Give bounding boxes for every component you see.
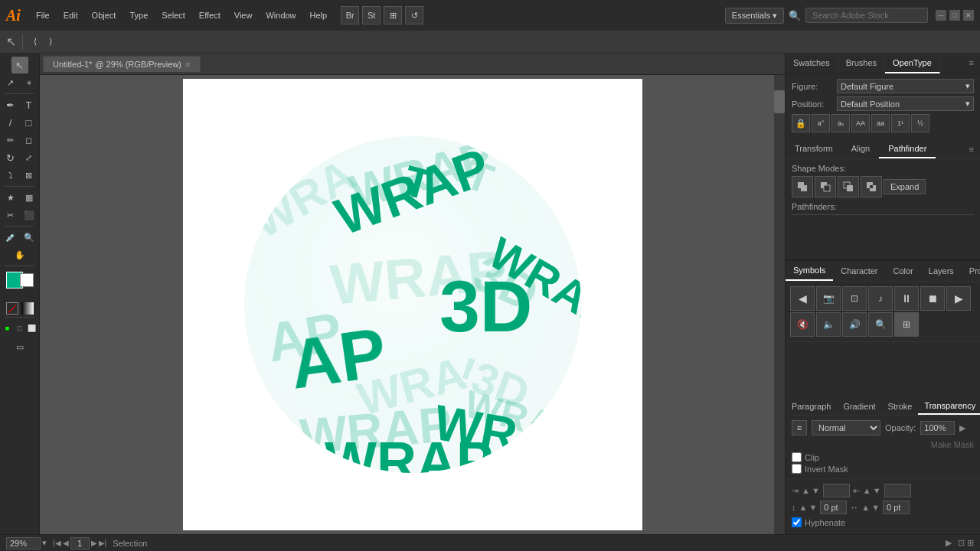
stepper-down-2[interactable]: ▼ bbox=[873, 486, 881, 495]
grid-button[interactable]: ⊞ bbox=[384, 6, 402, 24]
menu-view[interactable]: View bbox=[228, 8, 259, 23]
ctrl-item-1[interactable]: ⟨ bbox=[29, 35, 41, 48]
slice-tool[interactable]: ✂ bbox=[2, 207, 19, 223]
artboard[interactable]: WRAP T 3D AP WRAP WRAP bbox=[183, 79, 642, 530]
essentials-button[interactable]: Essentials ▾ bbox=[725, 8, 784, 24]
opacity-input[interactable] bbox=[920, 421, 955, 435]
stop-button[interactable]: ⏹ bbox=[920, 286, 945, 311]
close-tab-button[interactable]: ✕ bbox=[185, 60, 191, 69]
num2-icon[interactable]: ½ bbox=[911, 114, 929, 132]
color-guide-tool[interactable]: ⬛ bbox=[21, 207, 38, 223]
menu-help[interactable]: Help bbox=[304, 8, 334, 23]
color-tab[interactable]: Color bbox=[885, 262, 920, 280]
align-left-icon[interactable]: ≡ bbox=[792, 420, 807, 435]
bridge-button[interactable]: Br bbox=[341, 6, 359, 24]
pause-button[interactable]: ⏸ bbox=[894, 286, 919, 311]
close-button[interactable]: ✕ bbox=[963, 10, 974, 21]
line-tool[interactable]: / bbox=[2, 114, 19, 131]
both-tool[interactable]: ⬜ bbox=[26, 320, 38, 337]
search-input[interactable] bbox=[805, 8, 928, 23]
vol-up-button[interactable]: 🔊 bbox=[842, 312, 867, 337]
transform-tab[interactable]: Transform bbox=[786, 140, 842, 158]
menu-object[interactable]: Object bbox=[86, 8, 122, 23]
spacing-value-1[interactable] bbox=[820, 500, 847, 514]
lasso-tool[interactable]: ⌖ bbox=[21, 74, 38, 91]
sync-button[interactable]: ↺ bbox=[405, 6, 423, 24]
num1-icon[interactable]: 1¹ bbox=[891, 114, 910, 132]
box-button[interactable]: ⊡ bbox=[842, 286, 867, 311]
ctrl-item-2[interactable]: ⟩ bbox=[44, 35, 57, 48]
restore-button[interactable]: □ bbox=[949, 10, 960, 21]
menu-edit[interactable]: Edit bbox=[57, 8, 84, 23]
expand-button[interactable]: Expand bbox=[884, 179, 926, 194]
properties-tab[interactable]: Properties bbox=[962, 262, 980, 280]
hyphenate-checkbox[interactable] bbox=[792, 517, 802, 527]
back-button[interactable]: ◀ bbox=[790, 286, 815, 311]
panel-menu-icon[interactable]: ≡ bbox=[963, 54, 980, 73]
prev-page-button[interactable]: ◀ bbox=[63, 539, 69, 547]
music-button[interactable]: ♪ bbox=[868, 286, 893, 311]
gradient-tab[interactable]: Gradient bbox=[837, 399, 881, 414]
minus-front-button[interactable] bbox=[815, 176, 836, 197]
opentype-tab[interactable]: OpenType bbox=[885, 54, 940, 73]
spacing-down-2[interactable]: ▼ bbox=[871, 503, 880, 512]
artboard-tool[interactable]: ▭ bbox=[3, 338, 37, 355]
spacing-up-2[interactable]: ▲ bbox=[861, 503, 870, 512]
scrollbar-thumb[interactable] bbox=[774, 90, 785, 113]
spacing-value-2[interactable] bbox=[883, 500, 910, 514]
zoom-dropdown-icon[interactable]: ▾ bbox=[42, 538, 47, 548]
background-color[interactable] bbox=[20, 273, 34, 287]
menu-effect[interactable]: Effect bbox=[193, 8, 227, 23]
free-transform-tool[interactable]: ⊠ bbox=[21, 167, 38, 184]
make-mask-button[interactable]: Make Mask bbox=[931, 440, 974, 449]
clip-checkbox[interactable] bbox=[792, 452, 802, 462]
direct-select-tool[interactable]: ↗ bbox=[2, 74, 19, 91]
last-page-button[interactable]: ▶| bbox=[99, 539, 107, 547]
stroke-tab[interactable]: Stroke bbox=[882, 399, 919, 414]
none-color[interactable] bbox=[6, 302, 18, 315]
zoom-input[interactable] bbox=[6, 537, 41, 549]
lock-icon[interactable]: 🔒 bbox=[792, 114, 810, 132]
selection-tool-icon[interactable]: ↖ bbox=[6, 34, 16, 49]
pen-tool[interactable]: ✒ bbox=[2, 96, 19, 113]
sub-panel-menu[interactable]: ≡ bbox=[963, 140, 980, 158]
indent-value-2[interactable] bbox=[884, 484, 911, 497]
chart-tool[interactable]: ▦ bbox=[21, 189, 38, 206]
stroke-tool[interactable]: □ bbox=[14, 320, 25, 337]
stepper-up-1[interactable]: ▲ bbox=[802, 486, 810, 495]
figure-dropdown[interactable]: Default Figure ▾ bbox=[837, 79, 974, 93]
grid-sym-button[interactable]: ⊞ bbox=[894, 312, 919, 337]
selection-tool[interactable]: ↖ bbox=[11, 57, 28, 73]
rotate-tool[interactable]: ↻ bbox=[2, 149, 19, 166]
indent-value-1[interactable] bbox=[823, 484, 850, 497]
minimize-button[interactable]: ─ bbox=[936, 10, 946, 21]
stock-button[interactable]: St bbox=[362, 6, 381, 24]
layers-tab[interactable]: Layers bbox=[921, 262, 962, 280]
invert-mask-checkbox[interactable] bbox=[792, 464, 802, 474]
fill-tool[interactable]: ■ bbox=[2, 320, 13, 337]
symbol-tool[interactable]: ★ bbox=[2, 189, 19, 206]
warp-tool[interactable]: ⤵ bbox=[2, 167, 19, 184]
character-tab[interactable]: Character bbox=[833, 262, 885, 280]
sup-icon[interactable]: a° bbox=[812, 114, 830, 132]
mute-button[interactable]: 🔇 bbox=[790, 312, 815, 337]
vertical-scrollbar[interactable] bbox=[774, 75, 785, 534]
swatches-tab[interactable]: Swatches bbox=[786, 54, 838, 73]
pencil-tool[interactable]: ✏ bbox=[2, 132, 19, 148]
blend-mode-select[interactable]: Normal Multiply Screen Overlay bbox=[812, 420, 880, 435]
symbols-tab[interactable]: Symbols bbox=[786, 261, 833, 281]
unite-button[interactable] bbox=[792, 176, 813, 197]
exclude-button[interactable] bbox=[861, 176, 882, 197]
pathfinder-tab[interactable]: Pathfinder bbox=[879, 140, 936, 158]
menu-window[interactable]: Window bbox=[260, 8, 302, 23]
paragraph-tab[interactable]: Paragraph bbox=[786, 399, 837, 414]
intersect-button[interactable] bbox=[838, 176, 859, 197]
first-page-button[interactable]: |◀ bbox=[53, 539, 61, 547]
scale-tool[interactable]: ⤢ bbox=[21, 149, 38, 166]
next-page-button[interactable]: ▶ bbox=[91, 539, 97, 547]
hand-tool[interactable]: ✋ bbox=[11, 246, 28, 263]
search-sym-button[interactable]: 🔍 bbox=[868, 312, 893, 337]
transparency-tab[interactable]: Transparency bbox=[918, 398, 980, 415]
position-dropdown[interactable]: Default Position ▾ bbox=[837, 96, 974, 111]
canvas-scroll-area[interactable]: WRAP T 3D AP WRAP WRAP bbox=[40, 75, 785, 534]
